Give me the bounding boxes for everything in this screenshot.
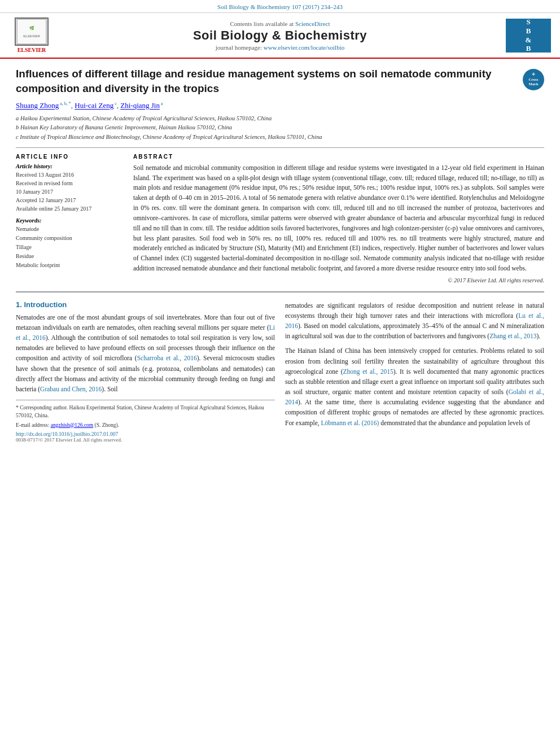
authors-line: Shuang Zhong a, b, *, Hui-cai Zeng c, Zh… <box>16 101 544 110</box>
intro-heading: 1. Introduction <box>16 300 275 309</box>
keyword-5: Metabolic footprint <box>16 261 123 270</box>
abstract-column: ABSTRACT Soil nematode and microbial com… <box>133 154 544 283</box>
revised-label: Received in revised form <box>16 179 123 187</box>
journal-header-center: Contents lists available at ScienceDirec… <box>54 20 506 51</box>
journal-header: 🌿 ELSEVIER ELSEVIER Contents lists avail… <box>0 13 560 59</box>
sciencedirect-link[interactable]: ScienceDirect <box>295 20 330 27</box>
journal-citation: Soil Biology & Biochemistry 107 (2017) 2… <box>0 0 560 13</box>
main-content: Influences of different tillage and resi… <box>0 59 560 451</box>
homepage-line: journal homepage: www.elsevier.com/locat… <box>54 44 506 51</box>
keyword-2: Community composition <box>16 234 123 243</box>
ref-scharroba[interactable]: Scharroba et al., 2016 <box>137 355 197 361</box>
corresponding-author-note: * Corresponding author. Haikou Experimen… <box>16 404 275 420</box>
abstract-text: Soil nematode and microbial community co… <box>133 163 544 274</box>
crossmark: ✛CrossMark <box>523 69 544 90</box>
article-history: Article history: Received 13 August 2016… <box>16 163 123 213</box>
abstract-copyright: © 2017 Elsevier Ltd. All rights reserved… <box>133 277 544 283</box>
svg-text:ELSEVIER: ELSEVIER <box>23 34 40 38</box>
journal-title: Soil Biology & Biochemistry <box>54 28 506 43</box>
history-label: Article history: <box>16 163 123 169</box>
intro-para1: Nematodes are one of the most abundant g… <box>16 312 275 394</box>
author1-sup: a, b, * <box>59 101 71 106</box>
elsevier-text: ELSEVIER <box>18 47 46 53</box>
email-link[interactable]: angzhish@126.com <box>51 422 94 428</box>
keyword-4: Residue <box>16 252 123 261</box>
issn-text: 0038-0717/© 2017 Elsevier Ltd. All right… <box>16 437 275 443</box>
available-value: Available online 25 January 2017 <box>16 204 123 213</box>
elsevier-logo-box: 🌿 ELSEVIER <box>15 18 49 46</box>
body-section: 1. Introduction Nematodes are one of the… <box>16 300 544 443</box>
crossmark-badge: ✛CrossMark <box>523 69 544 90</box>
homepage-link[interactable]: www.elsevier.com/locate/soilbio <box>264 44 344 51</box>
author3-link[interactable]: Zhi-qiang Jin <box>120 102 160 110</box>
body-col-left: 1. Introduction Nematodes are one of the… <box>16 300 275 443</box>
affiliations: a Haikou Experimental Station, Chinese A… <box>16 114 544 142</box>
author2-sup: c <box>113 101 117 106</box>
accepted-value: Accepted 12 January 2017 <box>16 196 123 204</box>
received-value: Received 13 August 2016 <box>16 171 123 179</box>
ref-golabi2014[interactable]: Golabi et al., 2014 <box>285 388 544 405</box>
article-title: Influences of different tillage and resi… <box>16 67 517 95</box>
abstract-heading: ABSTRACT <box>133 154 544 160</box>
citation-text: Soil Biology & Biochemistry 107 (2017) 2… <box>217 3 343 10</box>
keywords-section: Keywords: Nematode Community composition… <box>16 217 123 270</box>
footnote-area: * Corresponding author. Haikou Experimen… <box>16 400 275 443</box>
ref-lu2016[interactable]: Lu et al., 2016 <box>285 312 544 329</box>
revised-date: 10 January 2017 <box>16 187 123 196</box>
journal-badge: SB&B <box>506 19 551 53</box>
ref-zhong2015[interactable]: Zhong et al., 2015 <box>343 368 393 375</box>
divider-1 <box>16 147 544 148</box>
article-info-abstract-section: ARTICLE INFO Article history: Received 1… <box>16 154 544 283</box>
affiliation-c: c Institute of Tropical Bioscience and B… <box>16 133 544 142</box>
keyword-3: Tillage <box>16 243 123 252</box>
article-info-column: ARTICLE INFO Article history: Received 1… <box>16 154 123 283</box>
intro-para3: The Hainan Island of China has been inte… <box>285 346 544 427</box>
divider-2 <box>16 291 544 292</box>
ref-zhang2013[interactable]: Zhang et al., 2013 <box>489 333 536 339</box>
ref-grabau[interactable]: Grabau and Chen, 2016 <box>40 386 102 392</box>
author2-link[interactable]: Hui-cai Zeng <box>75 102 113 110</box>
svg-text:🌿: 🌿 <box>29 25 34 30</box>
elsevier-logo: 🌿 ELSEVIER ELSEVIER <box>9 18 54 53</box>
author3-sup: a <box>160 101 163 106</box>
ref-li2016[interactable]: Li et al., 2016 <box>16 324 275 341</box>
ref-lobmann2016[interactable]: Löbmann et al. (2016) <box>321 420 379 426</box>
doi-link[interactable]: http://dx.doi.org/10.1016/j.jsoilbio.201… <box>16 431 275 437</box>
keyword-1: Nematode <box>16 225 123 234</box>
svg-rect-0 <box>17 19 46 44</box>
keywords-label: Keywords: <box>16 217 123 224</box>
title-row: Influences of different tillage and resi… <box>16 67 544 101</box>
intro-para2: nematodes are significant regulators of … <box>285 300 544 342</box>
author1-link[interactable]: Shuang Zhong <box>16 102 59 110</box>
email-line: E-mail address: angzhish@126.com (S. Zho… <box>16 421 275 429</box>
article-info-heading: ARTICLE INFO <box>16 154 123 160</box>
contents-line: Contents lists available at ScienceDirec… <box>54 20 506 27</box>
affiliation-a: a Haikou Experimental Station, Chinese A… <box>16 114 544 123</box>
body-col-right: nematodes are significant regulators of … <box>285 300 544 443</box>
affiliation-b: b Hainan Key Laboratory of Banana Geneti… <box>16 123 544 132</box>
